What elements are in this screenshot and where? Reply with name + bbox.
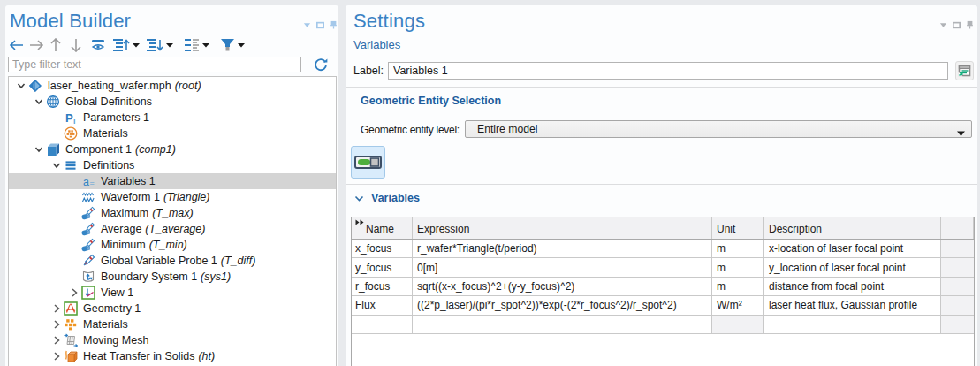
tree-item-boundary-system-1[interactable]: Boundary System 1(sys1) — [9, 269, 336, 285]
tree-item-average[interactable]: Average(T_average) — [9, 221, 336, 237]
variables-section-header[interactable]: Variables — [353, 191, 420, 205]
cell-name[interactable]: r_focus — [352, 278, 413, 295]
tree-item-minimum[interactable]: Minimum(T_min) — [9, 237, 336, 253]
tree-item-materials[interactable]: Materials — [9, 126, 336, 141]
tree-item-global-definitions[interactable]: Global Definitions — [9, 94, 336, 110]
cell-name[interactable]: Flux — [352, 296, 413, 314]
back-arrow-icon[interactable] — [9, 36, 24, 54]
caret-down-icon[interactable] — [202, 36, 209, 54]
show-eye-icon[interactable] — [91, 36, 105, 54]
cell-unit[interactable]: W/m² — [712, 296, 764, 314]
tree-collapsed-icon[interactable] — [49, 348, 64, 364]
cell-description[interactable]: laser heat flux, Gaussian profile — [764, 296, 941, 314]
tree-expanded-icon[interactable] — [31, 94, 46, 110]
pin-icon[interactable] — [966, 19, 974, 30]
move-down-arrow-icon[interactable] — [71, 36, 81, 54]
filter-input[interactable] — [8, 57, 301, 72]
caret-down-icon[interactable] — [238, 36, 245, 54]
tree-collapsed-icon[interactable] — [49, 332, 64, 348]
tree-item-parameters-1[interactable]: PiParameters 1 — [9, 110, 336, 126]
tree-item-view-1[interactable]: View 1 — [9, 285, 336, 301]
tree-collapsed-icon[interactable] — [66, 285, 81, 301]
tree-item-variables-1[interactable]: a=Variables 1 — [9, 173, 336, 189]
column-header-unit[interactable]: Unit — [712, 217, 764, 239]
tree-item-label: Materials — [83, 127, 128, 140]
column-header-expression[interactable]: Expression — [413, 217, 712, 239]
forward-arrow-icon[interactable] — [29, 36, 44, 54]
expand-tree-down-icon[interactable] — [146, 36, 163, 54]
tree-node-text-icon[interactable] — [184, 36, 200, 54]
cell-expression[interactable]: ((2*p_laser)/(pi*r_spot^2))*exp(-(2*r_fo… — [413, 296, 712, 314]
tree-item-geometry-1[interactable]: Geometry 1 — [9, 301, 336, 316]
tree-expanded-icon[interactable] — [13, 78, 28, 94]
cell-unit[interactable] — [712, 316, 764, 333]
column-header-description[interactable]: Description — [764, 217, 941, 239]
cell-name[interactable] — [352, 316, 413, 333]
settings-panel: Settings Variables Label: Geometric Enti… — [346, 5, 977, 366]
tree-item-moving-mesh[interactable]: Moving Mesh — [9, 332, 336, 348]
geometric-entity-level-combobox[interactable]: Entire model — [465, 120, 972, 138]
tree-item-heat-transfer-in-solids[interactable]: Heat Transfer in Solids(ht) — [9, 348, 336, 364]
tree-item-label: Moving Mesh — [83, 334, 148, 347]
cell-name[interactable]: x_focus — [352, 240, 413, 257]
tree-item-label: Waveform 1 — [101, 191, 160, 203]
float-window-icon[interactable] — [316, 19, 324, 30]
tree-item-global-variable-probe-1[interactable]: Global Variable Probe 1(T_diff) — [9, 253, 336, 269]
cell-description[interactable]: x-location of laser focal point — [764, 240, 941, 257]
cell-text: ((2*p_laser)/(pi*r_spot^2))*exp(-(2*r_fo… — [417, 299, 677, 311]
tree-expanded-icon[interactable] — [31, 141, 46, 157]
rename-window-icon[interactable] — [955, 61, 974, 80]
cell-description[interactable]: y_location of laser focal point — [764, 258, 941, 276]
float-window-icon[interactable] — [953, 19, 961, 30]
caret-down-icon[interactable] — [133, 36, 140, 54]
label-input[interactable] — [388, 62, 948, 80]
move-up-arrow-icon[interactable] — [50, 36, 61, 54]
cell-expression[interactable]: r_wafer*Triangle(t/period) — [413, 240, 712, 257]
separator — [346, 184, 977, 185]
dropdown-triangle-icon[interactable] — [939, 19, 947, 30]
cell-text: Flux — [355, 299, 376, 311]
cell-unit[interactable]: m — [712, 240, 764, 257]
cell-unit[interactable]: m — [712, 258, 764, 276]
settings-subtitle: Variables — [353, 38, 400, 51]
dropdown-triangle-icon[interactable] — [303, 19, 311, 30]
variables-section-heading: Variables — [371, 192, 420, 204]
column-header-label: Description — [769, 223, 822, 235]
column-header-label: Expression — [417, 223, 469, 235]
filter-funnel-icon[interactable] — [220, 36, 235, 54]
tree-item-laser-heating-wafer-mph[interactable]: laser_heating_wafer.mph(root) — [9, 78, 336, 94]
column-header-name[interactable]: Name — [352, 217, 413, 239]
tree-item-component-1[interactable]: Component 1(comp1) — [9, 141, 336, 157]
expand-tree-up-icon[interactable] — [112, 36, 130, 54]
tree-collapsed-icon[interactable] — [49, 316, 64, 332]
tree-item-waveform-1[interactable]: Waveform 1(Triangle) — [9, 189, 336, 205]
cell-description[interactable]: distance from focal point — [764, 278, 941, 295]
cell-text: x_focus — [355, 242, 391, 255]
tree-item-definitions[interactable]: Definitions — [9, 157, 336, 173]
model-builder-toolbar — [9, 36, 245, 54]
cell-extra — [941, 258, 974, 276]
cell-extra — [941, 316, 974, 333]
materials-global-icon — [64, 126, 78, 141]
cell-text: 0[m] — [417, 262, 437, 274]
corner-move-icon — [355, 219, 364, 225]
refresh-icon[interactable] — [313, 57, 329, 72]
caret-down-icon[interactable] — [166, 36, 173, 54]
tree-item-materials[interactable]: Materials — [9, 316, 336, 332]
cell-expression[interactable]: sqrt((x-x_focus)^2+(y-y_focus)^2) — [413, 278, 712, 295]
active-toggle-button[interactable] — [351, 146, 385, 179]
cell-description[interactable] — [764, 316, 941, 333]
tree-item-maximum[interactable]: Maximum(T_max) — [9, 205, 336, 221]
tree-collapsed-icon[interactable] — [49, 301, 64, 316]
cell-expression[interactable] — [413, 316, 712, 333]
pin-icon[interactable] — [330, 19, 338, 30]
cell-name[interactable]: y_focus — [352, 258, 413, 276]
cell-expression[interactable]: 0[m] — [413, 258, 712, 276]
cell-unit[interactable]: m — [712, 278, 764, 295]
tree-chevron-spacer — [49, 126, 64, 141]
model-builder-panel: Model Builder laser_heating_wafer.mph(ro… — [5, 5, 338, 366]
cell-extra — [941, 278, 974, 295]
label-row: Label: — [346, 61, 977, 80]
model-tree: laser_heating_wafer.mph(root)Global Defi… — [8, 76, 337, 366]
tree-expanded-icon[interactable] — [49, 157, 64, 173]
